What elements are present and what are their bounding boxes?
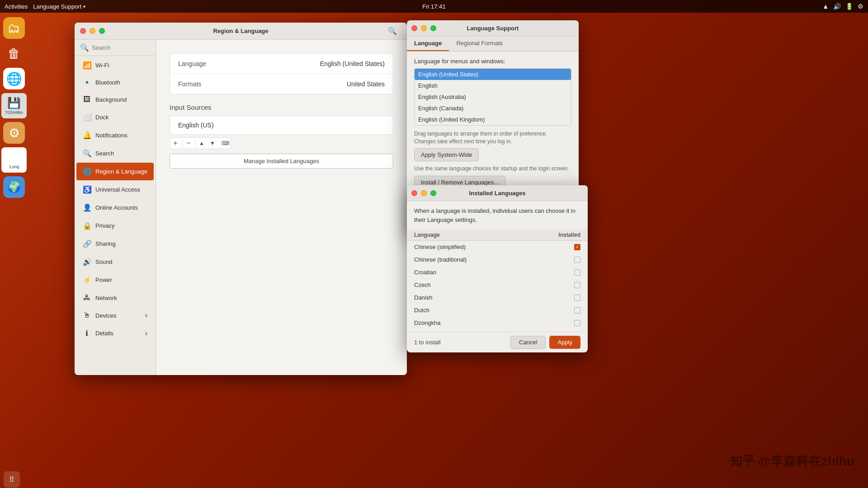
sidebar-item-privacy[interactable]: 🔒 Privacy	[76, 217, 154, 235]
lang-support-tabs: Language Regional Formats	[407, 36, 579, 52]
lang-item-2[interactable]: English (Australia)	[415, 91, 571, 103]
system-menu-icon[interactable]: ⚙	[858, 3, 863, 10]
formats-row[interactable]: Formats United States	[170, 74, 393, 94]
sidebar-item-region[interactable]: 🌐 Region & Language	[76, 163, 154, 180]
manage-installed-langs-btn[interactable]: Manage Installed Languages	[170, 154, 393, 169]
max-btn-installed[interactable]	[430, 190, 436, 196]
left-dock: 🗂 🗑 🌐 💾 TOSHIBA ⚙ 🖼 1.png 🌍	[0, 13, 28, 488]
dock-1png[interactable]: 🖼 1.png	[1, 147, 27, 173]
lang-item-0[interactable]: English (United States)	[415, 69, 571, 80]
settings-search[interactable]: 🔍	[388, 27, 401, 35]
sidebar-search-input[interactable]	[92, 44, 150, 51]
sidebar-item-wifi[interactable]: 📶 Wi-Fi	[76, 56, 154, 74]
activities-label[interactable]: Activities	[5, 3, 28, 10]
sidebar-label-details: Details	[95, 330, 113, 337]
notifications-icon: 🔔	[83, 131, 91, 140]
checkbox-0[interactable]: ✓	[574, 244, 580, 250]
min-btn-lang[interactable]	[421, 25, 427, 31]
sidebar-item-dock[interactable]: ⬜ Dock	[76, 108, 154, 126]
min-btn-installed[interactable]	[421, 190, 427, 196]
main-content: Language English (United States) Formats…	[156, 40, 407, 375]
remove-input-source-btn[interactable]: −	[183, 138, 194, 149]
close-btn-installed[interactable]	[411, 190, 417, 196]
min-btn-settings[interactable]	[90, 28, 95, 34]
universal-icon: ♿	[83, 185, 91, 194]
settings-content: 🔍 📶 Wi-Fi ✦ Bluetooth 🖼 Background ⬜ Doc…	[75, 40, 407, 375]
checkbox-2[interactable]	[574, 269, 580, 276]
lang-drag-note: Drag languages to arrange them in order …	[414, 130, 571, 145]
sidebar-label-universal: Universal Access	[95, 186, 140, 193]
sidebar-item-bluetooth[interactable]: ✦ Bluetooth	[76, 75, 154, 90]
watermark: 知乎 @李森科在zhihu	[730, 453, 854, 470]
sidebar: 🔍 📶 Wi-Fi ✦ Bluetooth 🖼 Background ⬜ Doc…	[75, 40, 156, 375]
sidebar-item-details[interactable]: ℹ Details	[76, 324, 154, 342]
devices-icon: 🖱	[83, 311, 91, 319]
to-install-note: 1 to install	[414, 339, 441, 346]
checkbox-6[interactable]	[574, 320, 580, 326]
table-row: Danish	[407, 291, 588, 304]
sidebar-item-online[interactable]: 👤 Online Accounts	[76, 199, 154, 216]
sidebar-label-wifi: Wi-Fi	[95, 62, 109, 69]
sidebar-item-notifications[interactable]: 🔔 Notifications	[76, 127, 154, 144]
apps-grid-icon: ⠿	[9, 475, 14, 484]
dock-chrome[interactable]: 🌐	[3, 68, 25, 89]
sidebar-item-search[interactable]: 🔍 Search	[76, 145, 154, 162]
dock-web[interactable]: 🌍	[3, 176, 25, 198]
tab-regional[interactable]: Regional Formats	[449, 36, 510, 51]
move-down-btn[interactable]: ▼	[207, 138, 218, 149]
sidebar-item-sound[interactable]: 🔊 Sound	[76, 253, 154, 271]
sidebar-label-dock: Dock	[95, 114, 109, 121]
sidebar-item-power[interactable]: ⚡ Power	[76, 271, 154, 289]
apps-grid-btn[interactable]: ⠿	[4, 471, 20, 488]
installed-langs-dialog: Installed Languages When a language is i…	[407, 185, 588, 352]
settings-window: Region & Language 🔍 🔍 📶 Wi-Fi ✦ Bluetoot…	[75, 23, 407, 375]
lang-support-window-controls	[411, 25, 436, 31]
cancel-installed-btn[interactable]: Cancel	[510, 336, 546, 349]
table-row: Dzongkha	[407, 317, 588, 329]
sidebar-item-universal[interactable]: ♿ Universal Access	[76, 181, 154, 198]
topbar-right: ▲ 🔊 🔋 ⚙	[822, 3, 863, 10]
tab-language[interactable]: Language	[407, 36, 449, 51]
sidebar-label-region: Region & Language	[95, 168, 147, 175]
sidebar-label-search: Search	[95, 150, 114, 157]
close-btn-lang[interactable]	[411, 25, 417, 31]
lang-item-4[interactable]: English (United Kingdom)	[415, 114, 571, 125]
max-btn-settings[interactable]	[99, 28, 105, 34]
lang-item-1[interactable]: English	[415, 80, 571, 91]
checkbox-3[interactable]	[574, 282, 580, 288]
table-row: Dutch	[407, 304, 588, 317]
installed-table-body: Chinese (simplified) ✓ Chinese (traditio…	[407, 241, 588, 332]
lang-item-3[interactable]: English (Canada)	[415, 103, 571, 114]
language-row[interactable]: Language English (United States)	[170, 54, 393, 74]
checkbox-4[interactable]	[574, 295, 580, 301]
installed-window-controls	[411, 190, 436, 196]
language-label: Language	[178, 60, 206, 67]
language-section: Language English (United States) Formats…	[170, 53, 393, 94]
sidebar-item-background[interactable]: 🖼 Background	[76, 91, 154, 108]
dock-settings[interactable]: ⚙	[3, 122, 25, 144]
dock-files[interactable]: 🗂	[3, 17, 25, 39]
move-up-btn[interactable]: ▲	[196, 138, 207, 149]
privacy-icon: 🔒	[83, 221, 91, 230]
sidebar-item-sharing[interactable]: 🔗 Sharing	[76, 235, 154, 253]
details-icon: ℹ	[83, 329, 91, 338]
input-source-controls: + − ▲ ▼ ⌨	[170, 137, 393, 149]
checkbox-5[interactable]	[574, 307, 580, 314]
sidebar-label-privacy: Privacy	[95, 222, 115, 229]
close-btn-settings[interactable]	[80, 28, 86, 34]
apply-system-wide-btn[interactable]: Apply System-Wide	[414, 148, 479, 161]
dock-trash[interactable]: 🗑	[3, 42, 25, 64]
checkbox-1[interactable]	[574, 257, 580, 263]
col-installed: Installed	[558, 232, 580, 238]
lang-list: English (United States) English English …	[414, 68, 571, 126]
sidebar-search-box[interactable]: 🔍	[75, 40, 156, 56]
apply-installed-btn[interactable]: Apply	[549, 336, 580, 349]
sidebar-item-devices[interactable]: 🖱 Devices	[76, 307, 154, 324]
installed-title: Installed Languages	[469, 190, 526, 197]
dock-toshiba[interactable]: 💾 TOSHIBA	[1, 93, 27, 118]
sidebar-item-network[interactable]: 🖧 Network	[76, 289, 154, 306]
app-name-label[interactable]: Language Support ▾	[33, 3, 85, 10]
add-input-source-btn[interactable]: +	[170, 138, 181, 149]
keyboard-layout-btn[interactable]: ⌨	[218, 138, 231, 149]
max-btn-lang[interactable]	[430, 25, 436, 31]
